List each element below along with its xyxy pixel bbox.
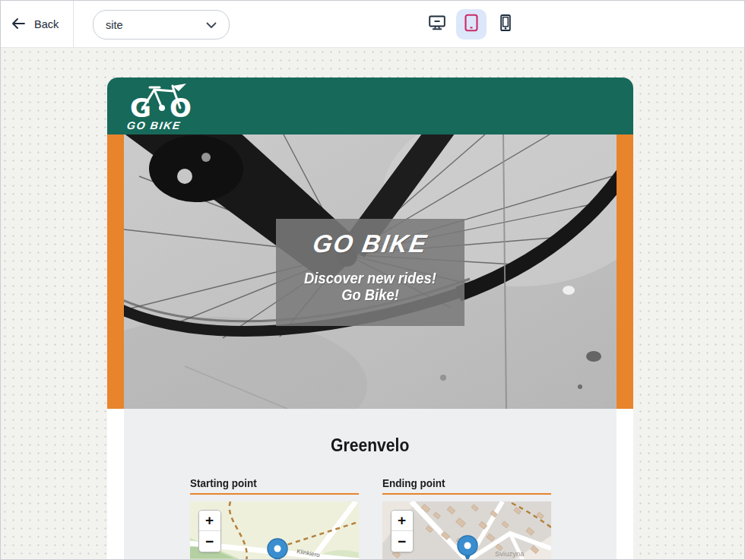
ending-point-column: Ending point <box>382 476 551 560</box>
mobile-icon <box>496 13 515 36</box>
map-place-label: Sviuzyna <box>495 549 525 558</box>
hero-title: GO BIKE <box>275 229 465 258</box>
starting-point-heading: Starting point <box>190 476 359 495</box>
site-content: Greenvelo Starting point <box>107 409 633 560</box>
preview-canvas: G O GO BIKE <box>1 48 744 560</box>
top-toolbar: Back site <box>1 1 744 48</box>
site-logo[interactable]: G O GO BIKE <box>127 82 211 131</box>
route-section: Greenvelo Starting point <box>124 409 617 560</box>
zoom-in-button[interactable]: + <box>392 511 413 531</box>
starting-point-map[interactable]: Klinkiero + − <box>190 501 359 560</box>
hero-subtitle-line2: Go Bike! <box>284 286 457 303</box>
device-preview-toggle <box>422 9 521 40</box>
section-title: Greenvelo <box>124 409 617 456</box>
logo-wordmark: GO BIKE <box>126 119 213 131</box>
page-select-dropdown[interactable]: site <box>93 10 230 40</box>
zoom-in-button[interactable]: + <box>199 511 220 531</box>
zoom-out-button[interactable]: − <box>199 531 220 552</box>
ending-point-heading: Ending point <box>382 476 551 495</box>
hero-overlay-panel: GO BIKE Discover new rides! Go Bike! <box>276 219 464 326</box>
device-tablet-button[interactable] <box>456 9 487 40</box>
back-arrow-icon <box>11 18 25 31</box>
chevron-down-icon <box>206 19 217 31</box>
map-zoom-control: + − <box>198 510 221 552</box>
zoom-out-button[interactable]: − <box>392 531 413 552</box>
back-label: Back <box>34 18 59 30</box>
site-header: G O GO BIKE <box>107 78 633 134</box>
hero-section: GO BIKE Discover new rides! Go Bike! <box>107 134 633 409</box>
hero-left-orange-bar <box>107 134 124 409</box>
device-desktop-button[interactable] <box>422 9 452 40</box>
svg-text:G: G <box>130 93 151 119</box>
map-zoom-control: + − <box>391 510 414 552</box>
back-button[interactable]: Back <box>11 1 59 48</box>
maps-row: Starting point <box>124 476 617 560</box>
ending-point-map[interactable]: Sviuzyna + − <box>382 501 551 560</box>
desktop-icon <box>427 13 447 36</box>
toolbar-divider <box>73 1 74 47</box>
site-preview-frame: G O GO BIKE <box>107 78 633 560</box>
svg-text:O: O <box>170 93 192 119</box>
app-window: Back site <box>0 0 745 560</box>
hero-right-orange-bar <box>617 134 633 409</box>
tablet-icon <box>461 13 481 36</box>
device-mobile-button[interactable] <box>490 9 521 40</box>
starting-point-column: Starting point <box>190 476 359 560</box>
page-select-value: site <box>106 19 123 31</box>
hero-subtitle-line1: Discover new rides! <box>284 270 457 286</box>
